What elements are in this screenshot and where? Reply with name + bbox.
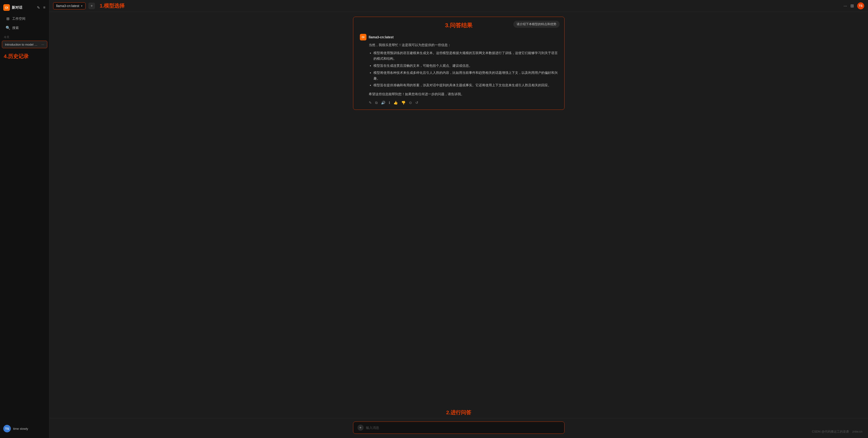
share-action-icon[interactable]: ⊙ — [409, 101, 412, 105]
sidebar-item-workspace[interactable]: ⊞ 工作空间 — [2, 14, 47, 23]
answer-actions: ✎ ⧉ 🔊 ℹ 👍 👎 ⊙ ↺ — [369, 101, 558, 105]
answer-header: OI llama3-cn:latest — [360, 34, 558, 40]
grid-icon: ⊞ — [6, 17, 10, 21]
copy-action-icon[interactable]: ⧉ — [375, 101, 378, 105]
sidebar-footer-name: time slowly — [13, 427, 28, 431]
sidebar-logo-row: OI 新对话 — [3, 4, 22, 11]
label-2: 2.进行问答 — [49, 406, 868, 418]
menu-icon-button[interactable]: ≡ — [43, 5, 46, 10]
sidebar-section-today: 今天 — [0, 32, 49, 40]
audio-action-icon[interactable]: 🔊 — [381, 101, 385, 105]
edit-icon-button[interactable]: ✎ — [36, 5, 40, 10]
topbar: llama3-cn:latest ▾ + 1.模型选择 ··· ⊞ TS — [49, 0, 868, 12]
user-question-bubble: 请介绍下本模型的特点和优势 — [513, 21, 560, 28]
info-action-icon[interactable]: ℹ — [389, 101, 390, 105]
answer-intro: 当然，我很乐意帮忙！这是我可以为您提供的一些信息： — [369, 42, 558, 48]
answer-logo: OI — [360, 34, 366, 40]
list-item: 模型旨在提供准确和有用的答案，涉及对话中提到的具体主题或事实。它还将使用上下文信… — [373, 83, 558, 88]
sidebar-search-label: 搜索 — [12, 26, 19, 30]
main-content: llama3-cn:latest ▾ + 1.模型选择 ··· ⊞ TS 3.问… — [49, 0, 868, 438]
history-item[interactable]: Introduction to model feature ··· — [2, 41, 47, 48]
answer-list: 模型将使用预训练的语言建模来生成文本。这些模型是根据大规模的互联网文本数据进行了… — [369, 50, 558, 88]
more-options-button[interactable]: ··· — [843, 3, 847, 8]
topbar-label-1: 1.模型选择 — [100, 2, 125, 9]
answer-model-name: llama3-cn:latest — [369, 35, 394, 39]
history-item-dots[interactable]: ··· — [41, 42, 44, 46]
list-item: 模型将使用各种技术来生成多样化且引人入胜的内容，比如用当前事件和趋势相关的话题增… — [373, 70, 558, 81]
add-tab-button[interactable]: + — [88, 3, 95, 9]
qa-result-box: 3.问答结果 请介绍下本模型的特点和优势 OI llama3-cn:latest… — [353, 17, 564, 110]
edit-action-icon[interactable]: ✎ — [369, 101, 372, 105]
grid-view-button[interactable]: ⊞ — [850, 3, 854, 8]
chevron-down-icon: ▾ — [81, 4, 83, 7]
answer-conclusion: 希望这些信息能帮到您！如果您有任何进一步的问题，请告诉我。 — [369, 91, 558, 97]
sidebar-footer: TS time slowly — [0, 422, 49, 435]
topbar-right: ··· ⊞ TS — [843, 2, 864, 9]
avatar: TS — [3, 425, 11, 432]
sidebar-workspace-label: 工作空间 — [12, 17, 25, 21]
sidebar-label-4: 4.历史记录 — [0, 49, 49, 61]
list-item: 模型将使用预训练的语言建模来生成文本。这些模型是根据大规模的互联网文本数据进行了… — [373, 50, 558, 62]
list-item: 模型旨在生成连贯且流畅的文本，可能包括个人观点、建议或信息。 — [373, 63, 558, 69]
sidebar-title: 新对话 — [12, 5, 22, 10]
thumbs-up-action-icon[interactable]: 👍 — [394, 101, 398, 105]
input-box: + — [353, 421, 564, 434]
chat-area: 3.问答结果 请介绍下本模型的特点和优势 OI llama3-cn:latest… — [49, 12, 868, 406]
logo-icon: OI — [3, 4, 10, 11]
refresh-action-icon[interactable]: ↺ — [415, 101, 418, 105]
message-input[interactable] — [366, 426, 560, 430]
watermark-site: znlw.cn — [852, 430, 862, 433]
sidebar-item-search[interactable]: 🔍 搜索 — [2, 24, 47, 32]
sidebar-header: OI 新对话 ✎ ≡ — [0, 3, 49, 14]
model-selector[interactable]: llama3-cn:latest ▾ — [53, 2, 86, 9]
watermark: CSDN @代码搬运工的逆袭 znlw.cn — [812, 430, 862, 434]
topbar-avatar[interactable]: TS — [857, 2, 864, 9]
sidebar: OI 新对话 ✎ ≡ ⊞ 工作空间 🔍 搜索 今天 Introduction t… — [0, 0, 49, 438]
history-item-text: Introduction to model feature — [5, 43, 38, 46]
thumbs-down-action-icon[interactable]: 👎 — [401, 101, 406, 105]
answer-body: 当然，我很乐意帮忙！这是我可以为您提供的一些信息： 模型将使用预训练的语言建模来… — [369, 42, 558, 105]
search-icon: 🔍 — [6, 26, 10, 30]
watermark-text: CSDN @代码搬运工的逆袭 — [812, 430, 849, 433]
model-name: llama3-cn:latest — [56, 4, 79, 8]
input-area: + — [49, 418, 868, 438]
input-add-button[interactable]: + — [358, 425, 364, 431]
sidebar-header-icons: ✎ ≡ — [36, 5, 46, 10]
